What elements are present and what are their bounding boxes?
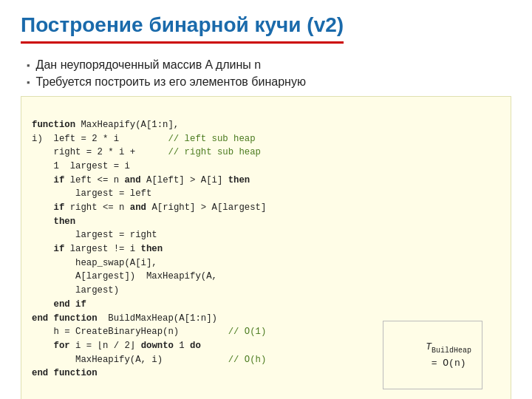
code-block: function MaxHeapify(A[1:n], i) left = 2 …: [21, 96, 511, 399]
complexity-subscript: BuildHeap: [432, 346, 471, 354]
slide: Построение бинарной кучи (v2) ▪ Дан неуп…: [0, 0, 532, 399]
complexity-value: = O(n): [432, 358, 466, 369]
complexity-box: TBuildHeap = O(n): [383, 321, 482, 389]
bullet-item-2: ▪ Требуется построить из его элементов б…: [27, 75, 511, 89]
bullet-text-2: Требуется построить из его элементов бин…: [36, 75, 306, 89]
slide-title: Построение бинарной кучи (v2): [21, 13, 344, 44]
bullet-text-1: Дан неупорядоченный массив A длины n: [36, 58, 262, 72]
bullets-list: ▪ Дан неупорядоченный массив A длины n ▪…: [27, 58, 511, 89]
bullet-icon-2: ▪: [27, 77, 30, 88]
bullet-icon-1: ▪: [27, 60, 30, 71]
bullet-item-1: ▪ Дан неупорядоченный массив A длины n: [27, 58, 511, 72]
complexity-label: T: [426, 341, 432, 352]
